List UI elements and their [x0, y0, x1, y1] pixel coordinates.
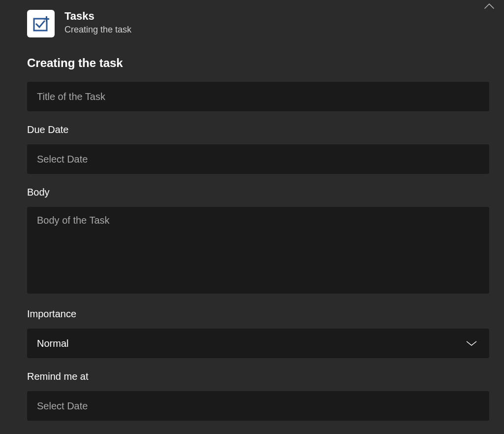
svg-rect-2 — [44, 18, 49, 20]
tasks-app-icon — [27, 10, 55, 37]
importance-label: Importance — [27, 308, 489, 320]
due-date-label: Due Date — [27, 124, 489, 135]
body-label: Body — [27, 187, 489, 198]
importance-selected-value: Normal — [37, 338, 68, 349]
title-field — [27, 82, 489, 111]
chevron-down-icon — [466, 338, 477, 349]
remind-me-field: Remind me at — [27, 371, 489, 421]
section-title: Creating the task — [27, 56, 489, 70]
body-input[interactable] — [27, 207, 489, 294]
remind-me-label: Remind me at — [27, 371, 489, 382]
header-text: Tasks Creating the task — [64, 10, 131, 35]
due-date-input[interactable] — [27, 144, 489, 174]
title-input[interactable] — [27, 82, 489, 111]
header-subtitle: Creating the task — [64, 25, 131, 35]
importance-select[interactable]: Normal — [27, 329, 489, 358]
due-date-field: Due Date — [27, 124, 489, 174]
dialog-header: Tasks Creating the task — [27, 10, 489, 37]
create-task-dialog: Tasks Creating the task Creating the tas… — [7, 0, 504, 434]
header-title: Tasks — [64, 10, 131, 23]
remind-me-input[interactable] — [27, 391, 489, 421]
close-chevron-icon[interactable] — [483, 0, 495, 12]
body-field: Body — [27, 187, 489, 296]
importance-field: Importance Normal — [27, 308, 489, 358]
